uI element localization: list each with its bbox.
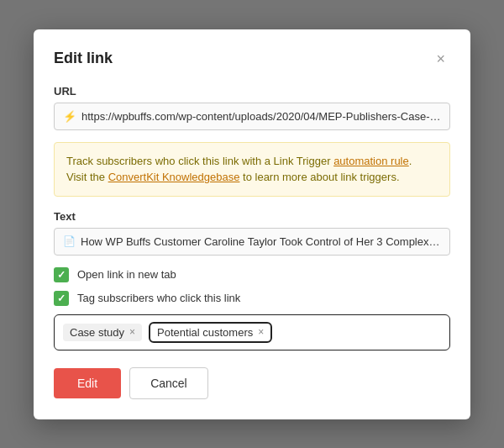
info-text-after: to learn more about link triggers. xyxy=(239,171,399,183)
text-input[interactable]: 📄 How WP Buffs Customer Caroline Taylor … xyxy=(54,228,450,256)
cancel-button[interactable]: Cancel xyxy=(129,367,208,399)
link-icon: ⚡ xyxy=(63,110,76,123)
edit-button[interactable]: Edit xyxy=(54,368,121,398)
tag-potential-customers-remove[interactable]: × xyxy=(258,327,264,337)
text-value: How WP Buffs Customer Caroline Taylor To… xyxy=(81,235,441,248)
modal-title: Edit link xyxy=(54,50,113,67)
tag-potential-customers: Potential customers × xyxy=(149,322,272,343)
tag-potential-customers-label: Potential customers xyxy=(157,326,253,339)
tags-container[interactable]: Case study × Potential customers × xyxy=(54,314,450,350)
automation-rule-link[interactable]: automation rule xyxy=(333,155,409,167)
open-new-tab-checkbox[interactable] xyxy=(54,267,69,282)
close-button[interactable]: × xyxy=(431,50,450,68)
url-value: https://wpbuffs.com/wp-content/uploads/2… xyxy=(81,110,441,123)
info-text-before: Track subscribers who click this link wi… xyxy=(66,155,333,167)
tag-case-study-label: Case study xyxy=(70,326,124,339)
info-box: Track subscribers who click this link wi… xyxy=(54,142,450,197)
text-label: Text xyxy=(54,210,450,223)
url-label: URL xyxy=(54,85,450,98)
tag-subscribers-row: Tag subscribers who click this link xyxy=(54,291,450,306)
open-new-tab-row: Open link in new tab xyxy=(54,267,450,282)
modal-footer: Edit Cancel xyxy=(54,367,450,399)
document-icon: 📄 xyxy=(63,235,76,247)
tag-subscribers-checkbox[interactable] xyxy=(54,291,69,306)
knowledgebase-link[interactable]: ConvertKit Knowledgebase xyxy=(108,171,240,183)
edit-link-modal: Edit link × URL ⚡ https://wpbuffs.com/wp… xyxy=(34,29,470,419)
modal-header: Edit link × xyxy=(54,50,450,68)
open-new-tab-label: Open link in new tab xyxy=(77,268,176,281)
tag-case-study: Case study × xyxy=(63,324,142,341)
tag-subscribers-label: Tag subscribers who click this link xyxy=(77,292,240,304)
url-input[interactable]: ⚡ https://wpbuffs.com/wp-content/uploads… xyxy=(54,103,450,130)
tag-case-study-remove[interactable]: × xyxy=(129,327,135,337)
